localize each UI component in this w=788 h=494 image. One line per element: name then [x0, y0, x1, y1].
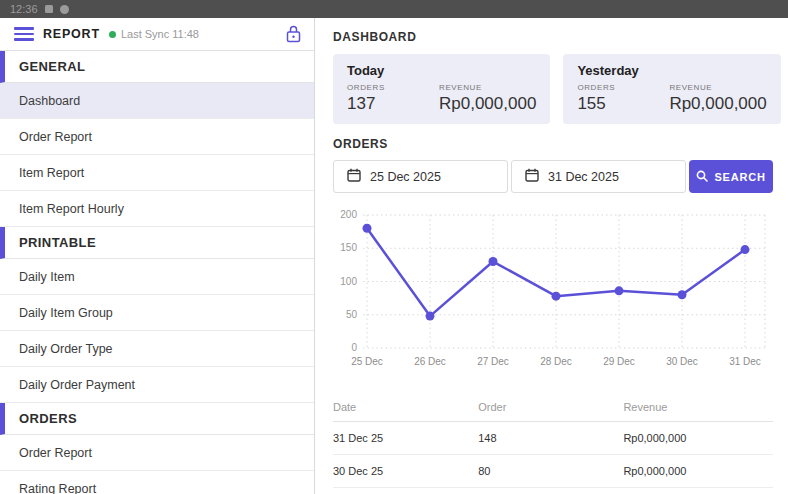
- table-cell-revenue: Rp0,000,000: [623, 422, 773, 455]
- orders-stat: ORDERS 155: [577, 83, 669, 114]
- orders-section-title: ORDERS: [333, 137, 773, 151]
- svg-text:100: 100: [340, 276, 357, 287]
- table-body: 31 Dec 25148Rp0,000,00030 Dec 2580Rp0,00…: [333, 422, 773, 488]
- summary-card-today: Today ORDERS 137 REVENUE Rp0,000,000: [333, 54, 550, 124]
- svg-text:28 Dec: 28 Dec: [540, 356, 572, 367]
- table-row: 31 Dec 25148Rp0,000,000: [333, 422, 773, 455]
- revenue-label: REVENUE: [669, 83, 766, 92]
- date-from-value: 25 Dec 2025: [370, 170, 441, 184]
- page-title: DASHBOARD: [333, 30, 773, 44]
- orders-label: ORDERS: [347, 83, 439, 92]
- table-header-revenue: Revenue: [623, 393, 773, 422]
- sidebar-item-rating-report[interactable]: Rating Report: [0, 471, 314, 494]
- revenue-stat: REVENUE Rp0,000,000: [669, 83, 766, 114]
- sidebar-item-item-report-hourly[interactable]: Item Report Hourly: [0, 191, 314, 227]
- svg-text:0: 0: [351, 342, 357, 353]
- sidebar-nav: GENERALDashboardOrder ReportItem ReportI…: [0, 51, 314, 494]
- card-title: Today: [347, 63, 536, 78]
- svg-text:29 Dec: 29 Dec: [603, 356, 635, 367]
- calendar-icon: [347, 168, 361, 185]
- revenue-stat: REVENUE Rp0,000,000: [439, 83, 536, 114]
- search-button-label: SEARCH: [714, 171, 765, 183]
- revenue-value: Rp0,000,000: [439, 94, 536, 114]
- status-bar: 12:36: [0, 0, 788, 18]
- revenue-label: REVENUE: [439, 83, 536, 92]
- table-cell-revenue: Rp0,000,000: [623, 455, 773, 488]
- status-square-icon: [45, 5, 53, 13]
- svg-text:150: 150: [340, 242, 357, 253]
- status-circle-icon: [60, 5, 69, 14]
- sidebar-item-daily-item[interactable]: Daily Item: [0, 259, 314, 295]
- svg-text:27 Dec: 27 Dec: [477, 356, 509, 367]
- table-header-date: Date: [333, 393, 478, 422]
- orders-line-chart: 05010015020025 Dec26 Dec27 Dec28 Dec29 D…: [333, 205, 773, 377]
- orders-label: ORDERS: [577, 83, 669, 92]
- orders-table: DateOrderRevenue 31 Dec 25148Rp0,000,000…: [333, 393, 773, 488]
- sidebar-item-daily-item-group[interactable]: Daily Item Group: [0, 295, 314, 331]
- svg-text:200: 200: [340, 209, 357, 220]
- sidebar: REPORT Last Sync 11:48 GENERALDashboardO…: [0, 18, 315, 494]
- orders-value: 137: [347, 94, 439, 114]
- svg-text:25 Dec: 25 Dec: [351, 356, 383, 367]
- calendar-icon: [525, 168, 539, 185]
- date-to-input[interactable]: 31 Dec 2025: [511, 160, 686, 193]
- summary-cards: Today ORDERS 137 REVENUE Rp0,000,000 Yes…: [333, 54, 773, 124]
- card-stats: ORDERS 137 REVENUE Rp0,000,000: [347, 83, 536, 114]
- table-row: 30 Dec 2580Rp0,000,000: [333, 455, 773, 488]
- table-cell-order: 80: [478, 455, 623, 488]
- table-cell-date: 31 Dec 25: [333, 422, 478, 455]
- orders-value: 155: [577, 94, 669, 114]
- sidebar-section-header-general: GENERAL: [0, 51, 314, 83]
- sync-text: Last Sync 11:48: [121, 28, 199, 40]
- app-window: REPORT Last Sync 11:48 GENERALDashboardO…: [0, 18, 788, 494]
- svg-text:30 Dec: 30 Dec: [666, 356, 698, 367]
- sidebar-item-item-report[interactable]: Item Report: [0, 155, 314, 191]
- sidebar-item-order-report[interactable]: Order Report: [0, 435, 314, 471]
- svg-text:26 Dec: 26 Dec: [414, 356, 446, 367]
- sidebar-section-header-printable: PRINTABLE: [0, 227, 314, 259]
- status-time: 12:36: [10, 3, 38, 15]
- table-header-row: DateOrderRevenue: [333, 393, 773, 422]
- lock-icon[interactable]: [286, 25, 301, 43]
- sidebar-header: REPORT Last Sync 11:48: [0, 18, 314, 51]
- sync-status: Last Sync 11:48: [109, 28, 277, 40]
- app-title: REPORT: [43, 27, 100, 41]
- sidebar-item-daily-order-type[interactable]: Daily Order Type: [0, 331, 314, 367]
- sidebar-item-dashboard[interactable]: Dashboard: [0, 83, 314, 119]
- main-content: DASHBOARD Today ORDERS 137 REVENUE Rp0,0…: [315, 18, 788, 494]
- sidebar-item-order-report[interactable]: Order Report: [0, 119, 314, 155]
- svg-text:50: 50: [346, 309, 358, 320]
- table-cell-date: 30 Dec 25: [333, 455, 478, 488]
- sidebar-item-daily-order-payment[interactable]: Daily Order Payment: [0, 367, 314, 403]
- date-filter-row: 25 Dec 2025 31 Dec 2025: [333, 160, 773, 193]
- card-title: Yesterday: [577, 63, 766, 78]
- search-icon: [696, 170, 708, 184]
- summary-card-yesterday: Yesterday ORDERS 155 REVENUE Rp0,000,000: [563, 54, 780, 124]
- sidebar-section-header-orders: ORDERS: [0, 403, 314, 435]
- orders-stat: ORDERS 137: [347, 83, 439, 114]
- search-button[interactable]: SEARCH: [689, 160, 773, 193]
- date-from-input[interactable]: 25 Dec 2025: [333, 160, 508, 193]
- revenue-value: Rp0,000,000: [669, 94, 766, 114]
- date-to-value: 31 Dec 2025: [548, 170, 619, 184]
- sync-dot-icon: [109, 31, 116, 38]
- table-header-order: Order: [478, 393, 623, 422]
- svg-text:31 Dec: 31 Dec: [729, 356, 761, 367]
- card-stats: ORDERS 155 REVENUE Rp0,000,000: [577, 83, 766, 114]
- menu-icon[interactable]: [14, 27, 34, 41]
- table-cell-order: 148: [478, 422, 623, 455]
